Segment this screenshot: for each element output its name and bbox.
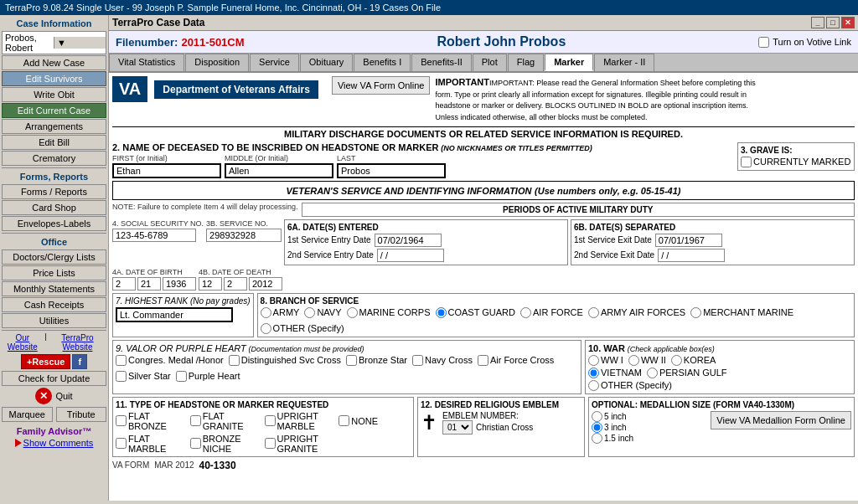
war-other[interactable]: OTHER (Specify) (588, 380, 851, 391)
rescue-button[interactable]: +Rescue (21, 354, 71, 369)
hs-none[interactable]: NONE (339, 411, 411, 431)
emblem-number-label: EMBLEM NUMBER: (442, 411, 533, 420)
dob-year-input[interactable] (163, 277, 196, 291)
check-update-button[interactable]: Check for Update (2, 371, 106, 386)
war-ww2[interactable]: WW II (628, 355, 666, 366)
first-exit-input[interactable] (655, 234, 722, 247)
war-ww1[interactable]: WW I (588, 355, 623, 366)
valor-air-force-cross[interactable]: Air Force Cross (478, 355, 554, 366)
branch-navy[interactable]: NAVY (304, 307, 341, 318)
medallion-1-5inch[interactable]: 1.5 inch (592, 433, 633, 444)
last-name-field: LAST (337, 154, 446, 178)
branch-merchant-marine[interactable]: MERCHANT MARINE (690, 307, 793, 318)
our-website-link[interactable]: Our Website (2, 332, 44, 352)
hs-upright-marble[interactable]: UPRIGHT MARBLE (265, 411, 337, 431)
tribute-button[interactable]: Tribute (56, 407, 107, 422)
branch-army[interactable]: ARMY (261, 307, 300, 318)
votive-checkbox[interactable] (758, 37, 769, 48)
valor-congres[interactable]: Congres. Medal /Honor (116, 355, 224, 366)
rank-input[interactable] (116, 307, 233, 322)
war-korea[interactable]: KOREA (671, 355, 716, 366)
valor-silver-star[interactable]: Silver Star (116, 371, 171, 382)
minimize-button[interactable]: _ (811, 17, 824, 28)
medallion-3inch[interactable]: 3 inch (592, 422, 633, 433)
dates-separated-block: 6B. DATE(S) SEPARATED 1st Service Exit D… (571, 219, 855, 265)
war-note: (Check applicable box(es) (628, 345, 715, 353)
price-lists-button[interactable]: Price Lists (2, 265, 106, 280)
facebook-button[interactable]: f (72, 354, 87, 369)
envelopes-labels-button[interactable]: Envelopes-Labels (2, 216, 106, 231)
dropdown-arrow[interactable]: ▼ (54, 37, 106, 49)
tab-plot[interactable]: Plot (473, 54, 507, 71)
arrangements-button[interactable]: Arrangements (2, 119, 106, 134)
view-medallion-button[interactable]: View VA Medallion Form Online (711, 411, 851, 429)
war-persian-gulf[interactable]: PERSIAN GULF (647, 368, 727, 378)
tab-marker-ii[interactable]: Marker - II (594, 54, 654, 71)
marquee-button[interactable]: Marquee (2, 407, 53, 422)
card-shop-button[interactable]: Card Shop (2, 200, 106, 215)
first-entry-input[interactable] (375, 234, 442, 247)
quit-button[interactable]: ✕ Quit (2, 388, 106, 404)
branch-coast-guard[interactable]: COAST GUARD (436, 307, 515, 318)
write-obit-button[interactable]: Write Obit (2, 87, 106, 102)
valor-bronze-star[interactable]: Bronze Star (346, 355, 407, 366)
branch-marines[interactable]: MARINE CORPS (347, 307, 431, 318)
monthly-statements-button[interactable]: Monthly Statements (2, 281, 106, 296)
edit-bill-button[interactable]: Edit Bill (2, 135, 106, 150)
edit-current-case-button[interactable]: Edit Current Case (2, 103, 106, 118)
hs-bronze-niche[interactable]: BRONZE NICHE (190, 434, 262, 454)
tab-vital-statistics[interactable]: Vital Statistics (109, 54, 184, 71)
hs-flat-granite[interactable]: FLAT GRANITE (190, 411, 262, 431)
first-exit-label: 1st Service Exit Date (574, 235, 652, 244)
service-no-input[interactable] (206, 229, 282, 242)
cash-receipts-button[interactable]: Cash Receipts (2, 297, 106, 312)
branch-army-air-forces[interactable]: ARMY AIR FORCES (588, 307, 685, 318)
dob-day-input[interactable] (137, 277, 161, 291)
valor-navy-cross[interactable]: Navy Cross (412, 355, 473, 366)
valor-dsc[interactable]: Distinguished Svc Cross (229, 355, 341, 366)
close-button[interactable]: ✕ (841, 17, 855, 28)
last-input[interactable] (337, 163, 446, 178)
dod-month-input[interactable] (199, 277, 222, 291)
crematory-button[interactable]: Crematory (2, 151, 106, 166)
edit-survivors-button[interactable]: Edit Survivors (2, 71, 106, 86)
show-comments-link[interactable]: Show Comments (2, 438, 106, 448)
tab-benefits-ii[interactable]: Benefits-II (411, 54, 472, 71)
forms-reports-section: Forms, Reports (2, 170, 106, 183)
hs-flat-bronze[interactable]: FLAT BRONZE (116, 411, 188, 431)
tab-flag[interactable]: Flag (508, 54, 544, 71)
middle-input[interactable] (225, 163, 333, 178)
doctors-clergy-button[interactable]: Doctors/Clergy Lists (2, 249, 106, 265)
tab-disposition[interactable]: Disposition (185, 54, 249, 71)
branch-other[interactable]: OTHER (Specify) (261, 323, 344, 334)
second-entry-input[interactable] (377, 249, 444, 262)
dod-day-input[interactable] (224, 277, 247, 291)
maximize-button[interactable]: □ (826, 17, 840, 28)
hs-upright-granite[interactable]: UPRIGHT GRANITE (265, 434, 337, 454)
utilities-button[interactable]: Utilities (2, 313, 106, 328)
patient-name: Robert John Probos (437, 34, 566, 49)
tab-obituary[interactable]: Obituary (300, 54, 354, 71)
war-vietnam[interactable]: VIETNAM (588, 368, 642, 378)
ssn-input[interactable] (112, 229, 196, 242)
last-label: LAST (337, 154, 446, 162)
currently-marked-checkbox[interactable] (741, 157, 752, 167)
second-exit-input[interactable] (658, 249, 725, 262)
view-va-button[interactable]: View VA Form Online (332, 76, 431, 95)
emblem-select[interactable]: 01 (442, 420, 473, 435)
dod-year-input[interactable] (249, 277, 282, 291)
dob-month-input[interactable] (112, 277, 136, 291)
forms-reports-button[interactable]: Forms / Reports (2, 184, 106, 199)
case-dropdown[interactable]: Probos, Robert ▼ (2, 31, 106, 54)
second-entry-label: 2nd Service Entry Date (287, 250, 374, 260)
hs-flat-marble[interactable]: FLAT MARBLE (116, 434, 188, 454)
first-input[interactable] (112, 163, 221, 178)
tab-benefits-i[interactable]: Benefits I (354, 54, 411, 71)
tab-service[interactable]: Service (250, 54, 299, 71)
add-new-case-button[interactable]: Add New Case (2, 55, 106, 70)
terrapro-website-link[interactable]: TerraPro Website (49, 332, 106, 352)
medallion-5inch[interactable]: 5 inch (592, 411, 633, 422)
tab-marker[interactable]: Marker (545, 54, 593, 71)
valor-purple-heart[interactable]: Purple Heart (176, 371, 240, 382)
branch-air-force[interactable]: AIR FORCE (520, 307, 583, 318)
